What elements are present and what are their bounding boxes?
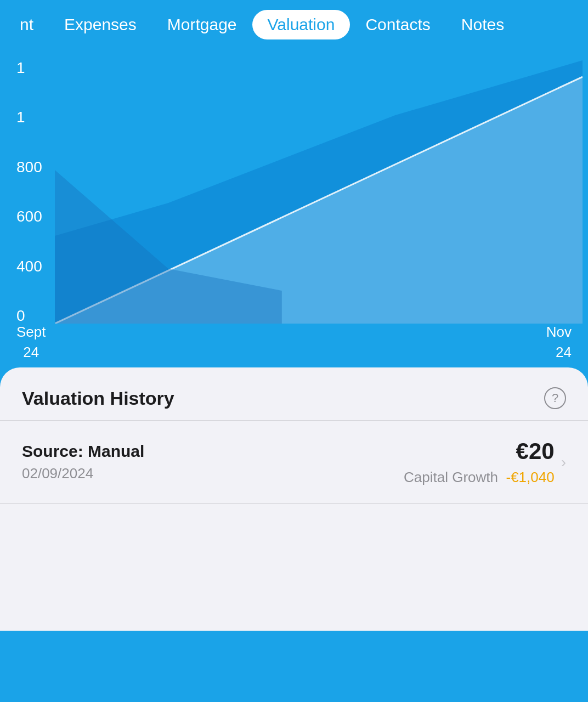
tab-mortgage[interactable]: Mortgage	[152, 10, 252, 39]
chart-x-labels: Sept 24 Nov 24	[16, 322, 572, 362]
valuation-right: €20 Capital Growth -€1,040	[404, 438, 555, 486]
valuation-left: Source: Manual 02/09/2024	[22, 442, 144, 482]
tab-valuation[interactable]: Valuation	[252, 10, 350, 39]
card-header: Valuation History ?	[0, 367, 588, 421]
tab-bar: nt Expenses Mortgage Valuation Contacts …	[0, 0, 588, 49]
chart-svg	[55, 60, 583, 324]
amount-label: €20	[516, 438, 555, 465]
chart-x-label-right: Nov 24	[546, 322, 572, 362]
tab-partial[interactable]: nt	[15, 10, 49, 39]
tab-expenses[interactable]: Expenses	[49, 10, 152, 39]
capital-growth-value: -€1,040	[506, 469, 554, 485]
tab-contacts[interactable]: Contacts	[350, 10, 445, 39]
help-icon[interactable]: ?	[544, 387, 566, 409]
valuation-right-row: €20 Capital Growth -€1,040 ›	[404, 438, 566, 486]
chart-x-label-left: Sept 24	[16, 322, 46, 362]
valuation-row[interactable]: Source: Manual 02/09/2024 €20 Capital Gr…	[0, 421, 588, 504]
source-label: Source: Manual	[22, 442, 144, 461]
chevron-right-icon: ›	[561, 454, 566, 471]
card-title: Valuation History	[22, 388, 174, 409]
capital-growth: Capital Growth -€1,040	[404, 469, 555, 486]
content-card: Valuation History ? Source: Manual 02/09…	[0, 367, 588, 631]
tab-notes[interactable]: Notes	[446, 10, 519, 39]
date-label: 02/09/2024	[22, 465, 144, 482]
chart-y-labels: 1 1 800 600 400 0	[16, 60, 42, 324]
chart-area: 1 1 800 600 400 0 Sept 24 Nov 24	[0, 49, 588, 367]
